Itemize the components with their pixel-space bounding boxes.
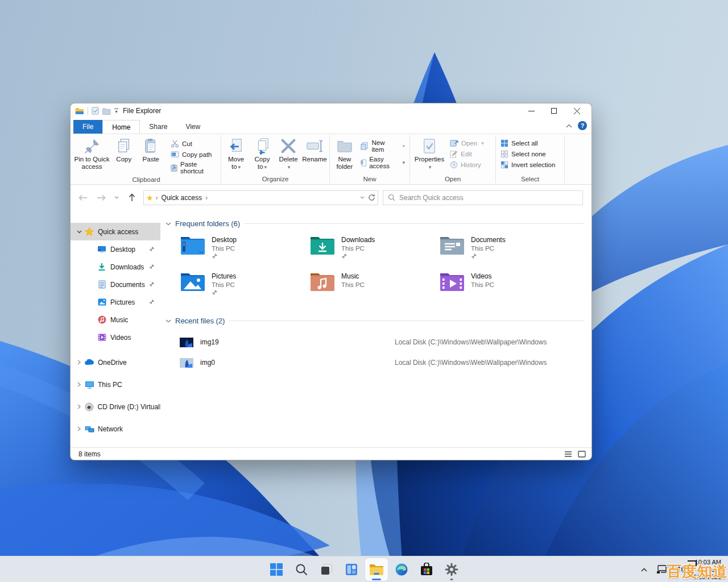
folder-tile-music[interactable]: Music This PC bbox=[309, 271, 439, 302]
edit-button[interactable]: Edit bbox=[448, 149, 486, 159]
tab-view[interactable]: View bbox=[176, 120, 209, 134]
recent-file-row[interactable]: img19 Local Disk (C:)\Windows\Web\Wallpa… bbox=[180, 332, 587, 352]
qat-customize-icon[interactable]: ▾ bbox=[114, 109, 118, 113]
recent-file-row[interactable]: img0 Local Disk (C:)\Windows\Web\Wallpap… bbox=[180, 352, 587, 373]
settings-button[interactable] bbox=[440, 558, 463, 581]
section-frequent-folders[interactable]: Frequent folders (6) bbox=[166, 219, 587, 228]
paste-shortcut-icon bbox=[171, 164, 177, 172]
cut-button[interactable]: Cut bbox=[168, 139, 218, 148]
select-all-button[interactable]: Select all bbox=[498, 139, 557, 148]
chevron-down-icon: ▾ bbox=[429, 164, 432, 170]
refresh-icon[interactable] bbox=[368, 194, 375, 201]
pin-icon[interactable] bbox=[149, 246, 155, 252]
copy-button[interactable]: Copy bbox=[111, 136, 137, 171]
sidebar-item-desktop[interactable]: Desktop bbox=[71, 240, 160, 258]
downloads-icon bbox=[98, 263, 106, 271]
delete-button[interactable]: Delete▾ bbox=[276, 136, 301, 171]
new-item-button[interactable]: New item▾ bbox=[358, 139, 407, 153]
start-button[interactable] bbox=[265, 558, 288, 581]
copy-to-button[interactable]: Copy to▾ bbox=[250, 136, 275, 171]
qat-new-folder-icon[interactable] bbox=[102, 107, 111, 115]
select-none-icon bbox=[500, 150, 508, 158]
history-button[interactable]: History bbox=[448, 160, 486, 169]
close-button[interactable] bbox=[565, 104, 588, 118]
music-icon bbox=[98, 315, 106, 324]
tile-location: This PC bbox=[212, 281, 236, 288]
sidebar-item-music[interactable]: Music bbox=[71, 311, 160, 329]
chevron-down-icon: ▾ bbox=[402, 160, 405, 165]
forward-button[interactable] bbox=[93, 190, 109, 205]
chevron-right-icon[interactable] bbox=[77, 382, 81, 387]
divider bbox=[564, 135, 565, 183]
pin-to-quick-access-button[interactable]: Pin to Quick access bbox=[74, 136, 110, 171]
collapse-ribbon-icon[interactable] bbox=[566, 124, 572, 128]
search-input[interactable] bbox=[399, 194, 578, 202]
new-folder-button[interactable]: New folder bbox=[332, 136, 357, 171]
details-view-button[interactable] bbox=[564, 451, 572, 458]
large-icons-view-button[interactable] bbox=[578, 451, 586, 458]
pin-icon[interactable] bbox=[149, 264, 155, 269]
paste-shortcut-button[interactable]: Paste shortcut bbox=[168, 160, 218, 175]
tab-home[interactable]: Home bbox=[102, 120, 140, 134]
sidebar-item-this-pc[interactable]: This PC bbox=[71, 373, 160, 396]
chevron-right-icon[interactable] bbox=[77, 404, 81, 409]
task-view-button[interactable] bbox=[315, 558, 338, 581]
folder-tile-documents[interactable]: Documents This PC bbox=[439, 235, 569, 265]
minimize-button[interactable] bbox=[520, 104, 543, 118]
sidebar-item-videos[interactable]: Videos bbox=[71, 329, 160, 346]
chevron-down-icon bbox=[166, 222, 171, 226]
search-button[interactable] bbox=[290, 558, 313, 581]
microsoft-store-button[interactable] bbox=[415, 558, 438, 581]
search-box[interactable] bbox=[383, 190, 583, 205]
sidebar-item-pictures[interactable]: Pictures bbox=[71, 293, 160, 311]
widgets-button[interactable] bbox=[340, 558, 363, 581]
sidebar-item-quick-access[interactable]: Quick access bbox=[71, 223, 160, 240]
chevron-down-icon[interactable] bbox=[77, 230, 82, 234]
easy-access-button[interactable]: Easy access▾ bbox=[358, 155, 407, 170]
pin-icon[interactable] bbox=[149, 281, 155, 287]
select-all-icon bbox=[500, 139, 508, 147]
back-button[interactable] bbox=[75, 190, 91, 205]
sidebar-item-downloads[interactable]: Downloads bbox=[71, 258, 160, 276]
folder-tile-downloads[interactable]: Downloads This PC bbox=[309, 235, 439, 265]
chevron-down-icon: ▾ bbox=[288, 164, 291, 170]
videos-icon bbox=[98, 334, 106, 341]
select-none-button[interactable]: Select none bbox=[498, 149, 557, 159]
address-dropdown-icon[interactable] bbox=[360, 196, 365, 199]
recent-locations-button[interactable] bbox=[111, 190, 122, 205]
address-bar[interactable]: ★ › Quick access › bbox=[143, 190, 378, 205]
sidebar-item-onedrive[interactable]: OneDrive bbox=[71, 351, 160, 373]
rename-button[interactable]: Rename bbox=[302, 136, 327, 171]
copy-path-button[interactable]: Copy path bbox=[168, 150, 218, 159]
group-label-clipboard: Clipboard bbox=[74, 175, 218, 185]
qat-properties-icon[interactable] bbox=[92, 107, 99, 115]
invert-selection-button[interactable]: Invert selection bbox=[498, 160, 557, 169]
tab-file[interactable]: File bbox=[73, 120, 102, 134]
up-button[interactable] bbox=[124, 190, 140, 205]
chevron-right-icon[interactable] bbox=[77, 360, 81, 365]
breadcrumb-quick-access[interactable]: Quick access bbox=[160, 194, 203, 202]
open-button[interactable]: Open▾ bbox=[448, 139, 486, 148]
move-to-button[interactable]: Move to▾ bbox=[224, 136, 249, 171]
sidebar-item-cd-drive[interactable]: CD Drive (D:) Virtuall bbox=[71, 396, 160, 418]
help-icon[interactable]: ? bbox=[578, 121, 587, 130]
edge-button[interactable] bbox=[390, 558, 413, 581]
maximize-button[interactable] bbox=[543, 104, 565, 118]
section-recent-files[interactable]: Recent files (2) bbox=[166, 317, 587, 325]
desktop: ▾ File Explorer File Home Share View bbox=[0, 0, 728, 582]
folder-tile-desktop[interactable]: Desktop This PC bbox=[180, 235, 309, 265]
desktop-folder-icon bbox=[180, 235, 206, 256]
folder-tile-pictures[interactable]: Pictures This PC bbox=[180, 271, 309, 302]
search-icon bbox=[295, 563, 308, 576]
tab-share[interactable]: Share bbox=[140, 120, 176, 134]
chevron-right-icon[interactable] bbox=[77, 426, 81, 431]
paste-button[interactable]: Paste bbox=[138, 136, 164, 171]
pin-icon[interactable] bbox=[149, 299, 155, 305]
hidden-icons-button[interactable] bbox=[636, 561, 651, 578]
file-explorer-button[interactable] bbox=[365, 558, 388, 581]
folder-tile-videos[interactable]: Videos This PC bbox=[439, 271, 569, 302]
properties-button[interactable]: Properties▾ bbox=[412, 136, 446, 171]
sidebar-item-documents[interactable]: Documents bbox=[71, 276, 160, 293]
titlebar[interactable]: ▾ File Explorer bbox=[71, 103, 592, 118]
sidebar-item-network[interactable]: Network bbox=[71, 418, 160, 440]
